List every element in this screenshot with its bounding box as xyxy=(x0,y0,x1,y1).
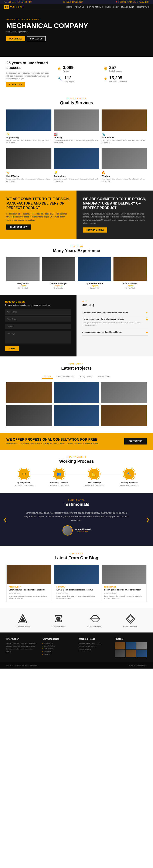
blog-post-3-date: March 18, 2020 xyxy=(104,592,144,594)
faq-item-2[interactable]: 2. What is the value of the winning Bat … xyxy=(82,316,148,329)
author-role: CEO AT ZHL xyxy=(75,531,91,533)
quote-subject-input[interactable] xyxy=(5,323,71,329)
team-member-3-desc: Give Us A Call xyxy=(78,287,111,289)
nav-blog[interactable]: Blog xyxy=(105,6,111,8)
project-2[interactable] xyxy=(54,382,99,403)
team-member-4: Aria Harwood Engineer Give Us A Call xyxy=(113,257,147,289)
commitment-right-desc: Optimize your product with the best & mo… xyxy=(83,212,147,225)
hero-secondary-btn[interactable]: Contact Us xyxy=(27,36,46,41)
footer-cat-1[interactable]: Engineering xyxy=(43,642,74,644)
blog-post-2-body: Industry Lorem ipsum dolor sit amet cons… xyxy=(54,584,99,602)
service-engineering-desc: Lorem ipsum dolor sit amet consectetur a… xyxy=(6,139,51,144)
process-step-2-icon: 👥 xyxy=(53,468,65,480)
nav-about[interactable]: About Us xyxy=(75,6,84,8)
blog-post-2[interactable]: Industry Lorem ipsum dolor sit amet cons… xyxy=(54,565,99,602)
commitment-right-btn[interactable]: Contact Us Now xyxy=(83,227,107,232)
testimonial-author: Adele Edward CEO AT ZHL xyxy=(23,525,130,535)
process-step-3-desc: Lorem ipsum dolor sit amet xyxy=(76,485,111,486)
project-5-img xyxy=(54,405,99,426)
project-5[interactable] xyxy=(54,405,99,426)
author-avatar xyxy=(62,525,73,535)
footer-photo-1 xyxy=(115,642,125,649)
testimonial-prev-btn[interactable]: ❮ xyxy=(3,517,7,522)
project-4[interactable] xyxy=(6,405,52,426)
faq-answer-2: Lorem ipsum dolor sit amet, consectetur … xyxy=(82,322,148,327)
team-member-1-name: Mary Burns xyxy=(6,282,40,285)
site-logo[interactable]: ET MACHINE xyxy=(4,5,24,9)
nav-shop[interactable]: Shop xyxy=(113,6,119,8)
email-info: ✉ info@domain.com xyxy=(63,1,83,3)
quote-email-input[interactable] xyxy=(5,316,71,322)
faq-question-3[interactable]: 3. How can I get ideas as listed in faci… xyxy=(82,331,148,333)
filter-service[interactable]: Service Parts xyxy=(96,375,111,379)
experience-header: Our Team Many Years Experience xyxy=(6,245,147,253)
service-manufacture-icon: 🔩 xyxy=(102,132,147,136)
faq-item-3[interactable]: 3. How can I get ideas as listed in faci… xyxy=(82,329,148,336)
faq-item-1[interactable]: 1. how to create links and communities f… xyxy=(82,310,148,316)
service-engineering-img xyxy=(6,110,51,131)
process-step-1: ⚙ Quality Driven Lorem ipsum dolor sit a… xyxy=(6,468,42,486)
filter-all[interactable]: Show All xyxy=(42,375,53,379)
project-6[interactable] xyxy=(101,405,147,426)
stat-awards-label: Awards xyxy=(63,70,74,72)
footer-photo-6 xyxy=(136,650,147,657)
blog-post-1[interactable]: Technology Lorem ipsum dolor sit amet co… xyxy=(6,565,51,602)
nav-home[interactable]: Home xyxy=(67,6,72,8)
consultation-btn[interactable]: Contact Us xyxy=(124,438,147,444)
stat-ship: 🔧 112 Ship Repair xyxy=(57,75,100,83)
nav-account[interactable]: My Account xyxy=(121,6,134,8)
quote-faq-section: Request a Quote Request a Quote to get u… xyxy=(0,295,153,356)
quote-message-input[interactable] xyxy=(5,331,71,343)
success-desc: Lorem ipsum dolor sit amet, consectetur … xyxy=(6,72,51,81)
brand-4-icon xyxy=(125,613,136,624)
footer-hours-title: Working Hours xyxy=(79,638,110,640)
brand-2-name: Company Name xyxy=(52,625,66,627)
stat-parts-num: 257 xyxy=(109,65,122,70)
consultation-title: We Offer Professional Consultation For F… xyxy=(6,438,99,441)
project-1[interactable] xyxy=(6,382,52,403)
project-4-img xyxy=(6,405,52,426)
svg-marker-1 xyxy=(20,617,26,622)
brand-4-name: Company Name xyxy=(124,625,137,627)
hero-desc: Best Measuring Systems xyxy=(6,31,147,33)
testimonial-next-btn[interactable]: ❯ xyxy=(146,517,150,522)
footer-photos-col: Photos xyxy=(115,638,147,657)
success-cta-btn[interactable]: Contact Us xyxy=(6,82,25,87)
footer-cat-3[interactable]: Metal Works xyxy=(43,648,74,650)
footer-cat-2[interactable]: Manufacturing xyxy=(43,645,74,647)
success-title: 25 years of undefeated success xyxy=(6,61,51,70)
quote-submit-btn[interactable]: Send xyxy=(5,346,19,351)
blog-post-1-date: March 12, 2020 xyxy=(9,592,49,594)
faq-question-2[interactable]: 2. What is the value of the winning Bat … xyxy=(82,318,148,320)
services-subtitle: Our Services xyxy=(6,97,147,99)
testimonials-subtitle: Client Says xyxy=(6,499,147,501)
service-technology-desc: Lorem ipsum dolor sit amet consectetur a… xyxy=(54,178,99,183)
services-grid: ⚙ Engineering Lorem ipsum dolor sit amet… xyxy=(6,110,147,184)
team-member-4-desc: Give Us A Call xyxy=(113,287,147,289)
quote-name-input[interactable] xyxy=(5,309,71,315)
service-engineering-info: ⚙ Engineering Lorem ipsum dolor sit amet… xyxy=(6,131,51,146)
projects-grid xyxy=(6,382,147,426)
service-welding-info: 🔥 Welding Lorem ipsum dolor sit amet con… xyxy=(102,169,147,184)
footer-cat-4[interactable]: Technology xyxy=(43,651,74,652)
commitment-left-btn[interactable]: Contact Us Now xyxy=(6,224,31,229)
blog-post-3[interactable]: Engineering Lorem ipsum dolor sit amet c… xyxy=(102,565,147,602)
blog-section: Our News Latest From Our Blog Technology… xyxy=(0,546,153,608)
service-technology: 💡 Technology Lorem ipsum dolor sit amet … xyxy=(54,148,99,184)
nav-portfolio[interactable]: Our Portfolio xyxy=(87,6,103,8)
footer-cat-5[interactable]: Welding xyxy=(43,653,74,655)
filter-heavy[interactable]: Heavy Factory xyxy=(78,375,94,379)
service-metalworks-name: Metal Works xyxy=(6,175,51,177)
success-section: 25 years of undefeated success Lorem ips… xyxy=(0,57,153,91)
hero-primary-btn[interactable]: Buy Service xyxy=(6,36,25,41)
stat-parts: ⚙ 257 Parts Produced xyxy=(104,65,147,72)
process-step-3: 📐 Detail Drawings Lorem ipsum dolor sit … xyxy=(76,468,111,486)
brand-3-icon xyxy=(89,613,100,624)
project-3[interactable] xyxy=(101,382,147,403)
filter-construction[interactable]: Construction Works xyxy=(55,375,75,379)
top-bar: 📞 Call Us: +01 234 567 89 ✉ info@domain.… xyxy=(0,0,153,4)
footer-categories-title: Our Categories xyxy=(43,638,74,640)
faq-question-1[interactable]: 1. how to create links and communities f… xyxy=(82,312,148,314)
team-member-4-img xyxy=(113,257,147,281)
nav-contact[interactable]: Contact Us xyxy=(136,6,149,8)
